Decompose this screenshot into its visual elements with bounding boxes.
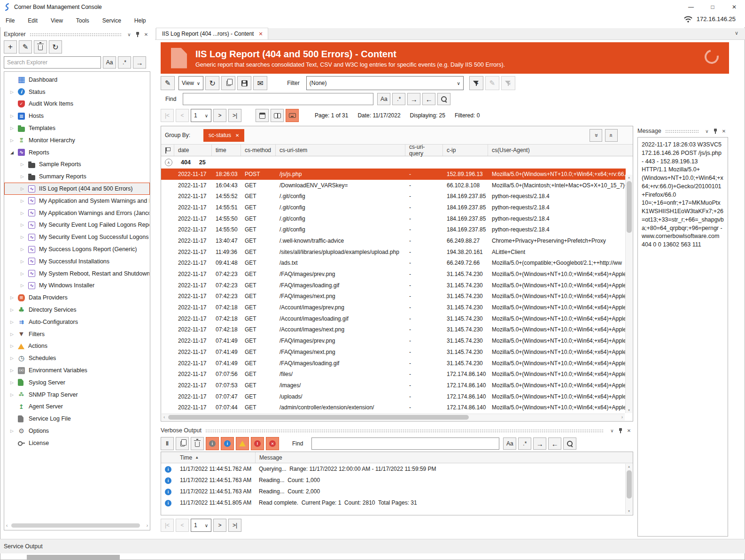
expander-icon[interactable] xyxy=(10,295,18,300)
tree-item[interactable]: Filters xyxy=(4,328,150,340)
menu-item[interactable]: Help xyxy=(134,17,146,24)
tree-item[interactable]: Actions xyxy=(4,340,150,353)
tree-item[interactable]: My Application and System Warnings and E… xyxy=(4,195,150,207)
menu-item[interactable]: Service xyxy=(102,17,121,24)
verbose-previous-page-button[interactable]: < xyxy=(176,519,189,532)
expander-icon[interactable] xyxy=(21,222,28,227)
next-page-button[interactable]: > xyxy=(213,109,226,122)
filter-dropdown[interactable]: (None) ∨ xyxy=(306,76,464,90)
message-close-icon[interactable]: ✕ xyxy=(720,127,728,135)
verbose-find-next-button[interactable]: → xyxy=(533,437,546,450)
regex-button[interactable]: .* xyxy=(118,56,131,69)
verbose-first-page-button[interactable]: |< xyxy=(161,519,174,532)
scroll-right-icon[interactable]: › xyxy=(621,414,623,420)
first-page-button[interactable]: |< xyxy=(161,109,174,122)
group-collapse-icon[interactable]: ∧ xyxy=(165,159,172,166)
column-date[interactable]: date xyxy=(174,145,212,156)
log-row[interactable]: 2022-11-17 14:55:50 GET /.git/config - 1… xyxy=(161,213,626,224)
verbose-copy-button[interactable] xyxy=(176,437,189,450)
log-row[interactable]: 2022-11-17 07:42:23 GET /FAQ/images/load… xyxy=(161,280,626,291)
edit-filter-button[interactable]: ✎ xyxy=(485,76,499,90)
log-row[interactable]: 2022-11-17 07:07:47 GET /uploads/ - 172.… xyxy=(161,391,626,402)
log-row[interactable]: 2022-11-17 14:55:50 GET /.git/config - 1… xyxy=(161,224,626,235)
tree-item[interactable]: Environment Variables xyxy=(4,364,150,376)
log-row[interactable]: 2022-11-17 18:26:03 POST /js/js.php - 15… xyxy=(161,169,626,180)
scroll-left-icon[interactable]: ‹ xyxy=(6,523,8,528)
scroll-down-icon[interactable]: ▾ xyxy=(626,509,632,513)
log-table-vertical-scrollbar[interactable]: ▴ ▾ xyxy=(625,175,632,413)
expander-icon[interactable] xyxy=(10,368,18,373)
expander-icon[interactable] xyxy=(10,332,18,337)
expander-icon[interactable] xyxy=(10,356,18,361)
log-table-horizontal-scrollbar[interactable]: ‹ › xyxy=(162,414,625,421)
tree-item[interactable]: Hosts xyxy=(4,110,150,122)
expander-icon[interactable] xyxy=(21,199,28,203)
scrollbar-thumb[interactable] xyxy=(627,181,632,233)
tree-item[interactable]: My Application Warnings and Errors (Janc… xyxy=(4,207,150,219)
verbose-regex-button[interactable]: .* xyxy=(518,437,531,450)
search-input[interactable] xyxy=(4,56,101,69)
tree-item[interactable]: License xyxy=(4,437,150,449)
log-row[interactable]: 2022-11-17 11:49:36 GET /sites/all/libra… xyxy=(161,246,626,258)
tree-item[interactable]: My Success Logons Report (Generic) xyxy=(4,243,150,255)
scrollbar-thumb[interactable] xyxy=(168,415,469,420)
tree-item[interactable]: Summary Reports xyxy=(4,170,150,183)
log-row[interactable]: 2022-11-17 09:41:48 GET /ads.txt - 66.24… xyxy=(161,258,626,269)
page-select[interactable]: 1 ∨ xyxy=(191,109,211,122)
tree-item[interactable]: Audit Work Items xyxy=(4,98,150,110)
log-row[interactable]: 2022-11-17 07:07:53 GET /images/ - 172.1… xyxy=(161,380,626,391)
column-cs-uri-stem[interactable]: cs-uri-stem xyxy=(276,145,405,156)
book-view-button[interactable] xyxy=(271,109,284,122)
last-page-button[interactable]: >| xyxy=(228,109,241,122)
search-go-button[interactable]: → xyxy=(133,56,146,69)
tree-item[interactable]: My Security Event Log Successful Logons … xyxy=(4,231,150,243)
explorer-menu-chevron-icon[interactable]: ∨ xyxy=(125,30,133,38)
expander-icon[interactable] xyxy=(10,150,18,155)
save-button[interactable] xyxy=(237,76,251,90)
refresh-report-button[interactable]: ↻ xyxy=(205,76,219,90)
log-row[interactable]: 2022-11-17 16:04:43 GET /DownloadENV_VAR… xyxy=(161,180,626,191)
toggle-critical-messages-button[interactable]: ✕ xyxy=(266,437,279,450)
refresh-button[interactable]: ↻ xyxy=(49,40,62,54)
expander-icon[interactable] xyxy=(10,114,18,118)
find-input[interactable] xyxy=(183,93,373,105)
chip-close-icon[interactable]: ✕ xyxy=(235,133,239,138)
expander-icon[interactable] xyxy=(10,380,18,385)
scrollbar-thumb[interactable] xyxy=(627,470,632,499)
log-row[interactable]: 2022-11-17 07:42:18 GET /Account/images/… xyxy=(161,313,626,324)
tree-item[interactable]: Directory Services xyxy=(4,304,150,316)
column-user-agent[interactable]: cs(User-Agent) xyxy=(488,145,633,156)
find-next-button[interactable]: → xyxy=(407,93,420,105)
previous-page-button[interactable]: < xyxy=(176,109,189,122)
tab-close-icon[interactable]: ✕ xyxy=(258,31,263,37)
log-row[interactable]: 2022-11-17 07:41:49 GET /FAQ/images/load… xyxy=(161,358,626,369)
toggle-error-messages-button[interactable]: ! xyxy=(251,437,264,450)
log-row[interactable]: 2022-11-17 07:41:49 GET /FAQ/images/next… xyxy=(161,346,626,358)
delete-button[interactable] xyxy=(34,40,47,54)
log-row[interactable]: 2022-11-17 07:42:23 GET /FAQ/images/prev… xyxy=(161,268,626,280)
message-pin-icon[interactable] xyxy=(711,127,720,135)
column-message[interactable]: Message xyxy=(255,452,633,463)
tree-item[interactable]: Data Providers xyxy=(4,292,150,304)
scroll-right-icon[interactable]: › xyxy=(147,523,148,528)
verbose-row[interactable]: i 11/17/2022 11:44:51.762 AM Querying...… xyxy=(161,463,633,475)
expander-icon[interactable] xyxy=(21,162,28,167)
menu-item[interactable]: File xyxy=(6,17,15,24)
find-regex-button[interactable]: .* xyxy=(392,93,405,105)
expander-icon[interactable] xyxy=(10,90,18,94)
expander-icon[interactable] xyxy=(21,235,28,239)
verbose-last-page-button[interactable]: >| xyxy=(228,519,241,532)
tree-item[interactable]: Status xyxy=(4,86,150,98)
calendar-button[interactable] xyxy=(256,109,269,122)
verbose-clear-button[interactable] xyxy=(191,437,204,450)
verbose-page-select[interactable]: 1 ∨ xyxy=(191,519,211,532)
expander-icon[interactable] xyxy=(10,126,18,130)
edit-button[interactable]: ✎ xyxy=(19,40,32,54)
column-cs-uri-query[interactable]: cs-uri-query xyxy=(405,145,443,156)
minimize-button[interactable]: — xyxy=(680,0,702,14)
verbose-search-button[interactable] xyxy=(563,437,576,450)
tab-iis-log-report[interactable]: IIS Log Report (404 ...rors) - Content ✕ xyxy=(156,28,268,39)
keyboard-view-button[interactable] xyxy=(286,109,299,122)
expander-icon[interactable] xyxy=(10,344,18,348)
tree-item[interactable]: Auto-Configurators xyxy=(4,316,150,328)
